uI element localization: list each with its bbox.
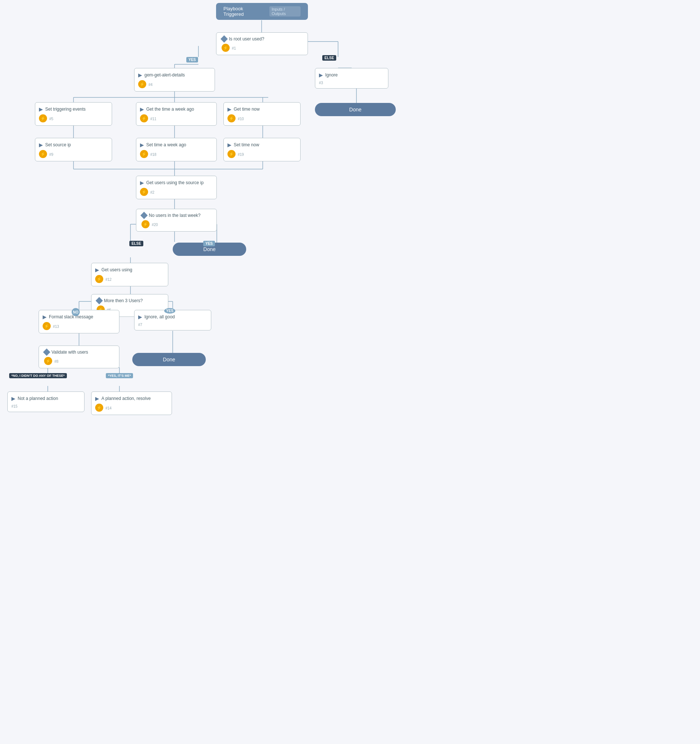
- get-time-now-node[interactable]: ▶ Get time now ⚡ #10: [223, 102, 300, 126]
- node-number-7: #7: [138, 323, 142, 327]
- else-label-2: ELSE: [129, 241, 143, 246]
- set-time-now-node[interactable]: ▶ Set time now ⚡ #19: [223, 138, 300, 161]
- ignore-all-good-title: Ignore, all good: [144, 314, 175, 320]
- node-number-13: #13: [53, 324, 59, 329]
- arrow-icon-12: ▶: [95, 267, 99, 273]
- arrow-icon-13: ▶: [43, 314, 47, 320]
- done-title-3: Done: [163, 357, 175, 362]
- validate-with-users-node[interactable]: Validate with users ⚡ #8: [39, 345, 119, 368]
- lightning-icon-13: ⚡: [43, 322, 51, 330]
- no-label-1: NO: [72, 308, 80, 316]
- yes-label-2: YES: [203, 241, 215, 246]
- done-title-2: Done: [203, 246, 215, 252]
- yes-branch-label: *YES, IT'S ME*: [106, 373, 133, 378]
- not-planned-title: Not a planned action: [18, 396, 58, 401]
- yes-label-1: YES: [186, 57, 198, 62]
- node-number-14: #14: [106, 406, 112, 410]
- node-number-20: #20: [152, 223, 158, 227]
- get-users-source-ip-title: Get users using the source ip: [146, 180, 204, 185]
- node-number-18: #18: [150, 153, 156, 156]
- node-number-10: #10: [238, 117, 244, 121]
- set-time-now-title: Set time now: [234, 142, 259, 147]
- node-number-4: #4: [149, 83, 153, 87]
- is-root-user-title: Is root user used?: [229, 36, 264, 42]
- not-planned-node[interactable]: ▶ Not a planned action #15: [7, 391, 85, 412]
- get-users-using-title: Get users using: [101, 267, 132, 272]
- lightning-icon-19: ⚡: [227, 150, 236, 158]
- diamond-icon-8: [43, 348, 51, 356]
- lightning-icon-1: ⚡: [221, 44, 230, 52]
- get-users-source-ip-node[interactable]: ▶ Get users using the source ip ⚡ #2: [136, 176, 217, 199]
- node-number-5: #5: [49, 117, 53, 121]
- playbook-triggered-title: Playbook Triggered: [223, 6, 262, 17]
- arrow-icon-11: ▶: [140, 106, 144, 112]
- lightning-icon-2: ⚡: [140, 188, 148, 196]
- node-number-3: #3: [319, 81, 323, 85]
- get-users-using-node[interactable]: ▶ Get users using ⚡ #12: [91, 263, 168, 286]
- node-number-11: #11: [150, 117, 156, 121]
- diamond-icon: [220, 35, 228, 43]
- playbook-triggered-node[interactable]: Playbook Triggered Inputs / Outputs: [216, 3, 308, 20]
- no-branch-label: *NO, I DIDN'T DO ANY OF THESE*: [9, 373, 67, 378]
- lightning-icon-4: ⚡: [138, 80, 146, 88]
- diamond-icon-20: [140, 212, 148, 219]
- lightning-icon-11: ⚡: [140, 114, 148, 122]
- arrow-icon-15: ▶: [11, 396, 15, 402]
- inputs-outputs-label: Inputs / Outputs: [269, 6, 300, 16]
- no-users-last-week-node[interactable]: No users in the last week? ⚡ #20: [136, 209, 217, 232]
- node-number-19: #19: [238, 153, 244, 156]
- done-title-1: Done: [349, 107, 361, 113]
- ignore-node[interactable]: ▶ Ignore #3: [315, 68, 388, 89]
- lightning-icon-10: ⚡: [227, 114, 236, 122]
- node-number-15: #15: [11, 404, 18, 408]
- diamond-icon-6: [95, 297, 103, 304]
- get-time-now-title: Get time now: [234, 107, 260, 112]
- lightning-icon-14: ⚡: [95, 403, 103, 412]
- yes-label-3: YES: [164, 308, 175, 314]
- arrow-icon-14: ▶: [95, 396, 99, 402]
- arrow-icon-10: ▶: [227, 106, 232, 112]
- set-triggering-node[interactable]: ▶ Set triggering events ⚡ #5: [35, 102, 112, 126]
- done-node-1[interactable]: Done: [315, 103, 396, 116]
- get-time-week-ago-node[interactable]: ▶ Get the time a week ago ⚡ #11: [136, 102, 217, 126]
- format-slack-title: Format slack message: [49, 314, 93, 320]
- arrow-icon-ignore: ▶: [319, 72, 323, 78]
- set-source-ip-title: Set source ip: [45, 142, 71, 147]
- arrow-icon-2: ▶: [140, 180, 144, 186]
- get-time-week-ago-title: Get the time a week ago: [146, 107, 194, 112]
- lightning-icon-9: ⚡: [39, 150, 47, 158]
- arrow-icon-4: ▶: [138, 72, 142, 78]
- arrow-icon-7: ▶: [138, 314, 142, 320]
- arrow-icon-5: ▶: [39, 106, 43, 112]
- done-node-3[interactable]: Done: [132, 353, 206, 366]
- lightning-icon-18: ⚡: [140, 150, 148, 158]
- planned-action-title: A planned action, resolve: [101, 396, 151, 401]
- validate-with-users-title: Validate with users: [52, 350, 88, 355]
- is-root-user-node[interactable]: Is root user used? ⚡ #1: [216, 32, 308, 55]
- lightning-icon-20: ⚡: [141, 220, 150, 228]
- lightning-icon-8: ⚡: [44, 357, 52, 365]
- arrow-icon-9: ▶: [39, 142, 43, 148]
- node-number-12: #12: [106, 278, 112, 281]
- gem-get-alert-title: gem-get-alert-details: [144, 72, 185, 77]
- more-than-3-title: More then 3 Users?: [104, 298, 143, 303]
- set-triggering-title: Set triggering events: [45, 107, 86, 112]
- ignore-title: Ignore: [325, 72, 338, 77]
- lightning-icon-5: ⚡: [39, 114, 47, 122]
- else-label-1: ELSE: [322, 55, 336, 61]
- lightning-icon-12: ⚡: [95, 275, 103, 283]
- set-time-week-ago-node[interactable]: ▶ Set time a week ago ⚡ #18: [136, 138, 217, 161]
- node-number-8: #8: [54, 360, 58, 363]
- arrow-icon-19: ▶: [227, 142, 232, 148]
- flowchart-canvas: Playbook Triggered Inputs / Outputs Is r…: [0, 0, 700, 744]
- set-time-week-ago-title: Set time a week ago: [146, 142, 186, 147]
- node-number-2: #2: [150, 190, 155, 195]
- node-number-9: #9: [49, 153, 53, 156]
- arrow-icon-18: ▶: [140, 142, 144, 148]
- gem-get-alert-node[interactable]: ▶ gem-get-alert-details ⚡ #4: [134, 68, 215, 92]
- no-users-last-week-title: No users in the last week?: [149, 213, 201, 218]
- set-source-ip-node[interactable]: ▶ Set source ip ⚡ #9: [35, 138, 112, 161]
- node-number-1: #1: [232, 46, 236, 51]
- planned-action-node[interactable]: ▶ A planned action, resolve ⚡ #14: [91, 391, 172, 415]
